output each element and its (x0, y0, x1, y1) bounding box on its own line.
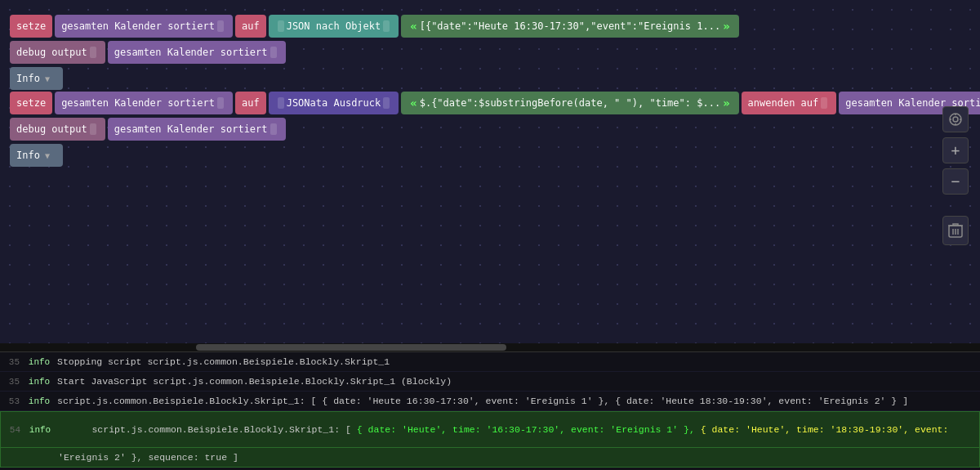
notch-t2 (383, 20, 390, 32)
zoom-in-button[interactable]: + (942, 137, 969, 163)
var-label-1: gesamten Kalender sortiert (61, 20, 215, 32)
plus-icon: + (951, 143, 960, 158)
block-row-2-1: setze gesamten Kalender sortiert auf JSO… (10, 92, 980, 114)
console-area: 35 info Stopping script script.js.common… (0, 351, 980, 470)
value-block-2[interactable]: « $.{"date":$substringBefore(date, " "),… (401, 92, 738, 114)
auf-label-2: auf (242, 97, 260, 109)
canvas-scrollbar-track[interactable] (0, 343, 980, 351)
auf-block-1[interactable]: auf (235, 15, 266, 38)
setze-label-1: setze (16, 20, 46, 32)
notch-a1 (821, 97, 827, 109)
open-quote-2: « (410, 96, 416, 110)
value-text-2: $.{"date":$substringBefore(date, " "), "… (420, 97, 720, 109)
debug-var-label-2: gesamten Kalender sortiert (114, 123, 268, 135)
console-text-4-hl1: { date: 'Heute', time: '16:30-17:30', ev… (357, 424, 695, 435)
console-text-3: script.js.common.Beispiele.Blockly.Skrip… (54, 396, 980, 406)
transform-label-1: JSON nach Objekt (287, 20, 381, 32)
canvas-scrollbar-thumb[interactable] (196, 344, 506, 351)
svg-point-0 (950, 114, 961, 125)
info-label-2: Info (16, 150, 40, 161)
console-text-1: Stopping script script.js.common.Beispie… (54, 356, 980, 367)
console-row-3: 53 info script.js.common.Beispiele.Block… (0, 392, 980, 411)
notch-t1 (278, 20, 284, 32)
block-group-1: setze gesamten Kalender sortiert auf JSO… (10, 15, 739, 93)
line-num-2: 35 (0, 377, 24, 387)
transform-label-2: JSONata Ausdruck (287, 97, 381, 109)
block-row-2-3: Info ▼ (10, 144, 980, 167)
transform-block-1[interactable]: JSON nach Objekt (269, 15, 399, 38)
console-text-4: script.js.common.Beispiele.Blockly.Skrip… (55, 414, 979, 445)
line-num-1: 35 (0, 357, 24, 367)
svg-point-1 (953, 117, 958, 122)
var-block-2[interactable]: gesamten Kalender sortiert (55, 92, 233, 114)
console-text-4-hl2: { date: 'Heute', time: '18:30-19:30', ev… (701, 424, 949, 435)
trash-button[interactable] (942, 216, 969, 245)
canvas-controls: + − (942, 106, 969, 245)
debug-block-1[interactable]: debug output (10, 41, 105, 64)
info-arrow-2: ▼ (45, 151, 50, 160)
target-button[interactable] (942, 106, 969, 132)
block-row-1-1: setze gesamten Kalender sortiert auf JSO… (10, 15, 739, 38)
level-2: info (24, 377, 54, 387)
debug-var-block-2[interactable]: gesamten Kalender sortiert (108, 118, 286, 141)
info-arrow-1: ▼ (45, 74, 50, 83)
setze-block-2[interactable]: setze (10, 92, 52, 114)
block-group-2: setze gesamten Kalender sortiert auf JSO… (10, 92, 980, 170)
level-3: info (24, 396, 54, 406)
notch-t3 (278, 97, 284, 109)
value-block-1[interactable]: « [{"date":"Heute 16:30-17:30","event":"… (401, 15, 738, 38)
console-text-4-mid (695, 424, 701, 435)
notch-1 (217, 20, 224, 32)
console-text-4-prefix: script.js.common.Beispiele.Blockly.Skrip… (91, 424, 356, 435)
console-row-1: 35 info Stopping script script.js.common… (0, 352, 980, 372)
debug-block-2[interactable]: debug output (10, 118, 105, 141)
close-quote-1: » (723, 20, 729, 33)
console-text-2: Start JavaScript script.js.common.Beispi… (54, 376, 980, 387)
setze-block-1[interactable]: setze (10, 15, 52, 38)
console-row-4: 54 info script.js.common.Beispiele.Block… (0, 411, 980, 448)
auf-block-2[interactable]: auf (235, 92, 266, 114)
block-row-2-2: debug output gesamten Kalender sortiert (10, 118, 980, 141)
level-4: info (25, 425, 55, 435)
var-label-2: gesamten Kalender sortiert (61, 97, 215, 109)
notch-d2 (90, 123, 96, 135)
minus-icon: − (951, 174, 960, 189)
auf-label-1: auf (242, 20, 260, 32)
debug-label-1: debug output (16, 47, 87, 58)
block-row-1-3: Info ▼ (10, 67, 739, 90)
info-block-2[interactable]: Info ▼ (10, 144, 63, 167)
console-text-4b: 'Ereignis 2' }, sequence: true ] (55, 452, 979, 463)
notch-2 (217, 97, 224, 109)
anwenden-label: anwenden auf (748, 97, 819, 109)
info-block-1[interactable]: Info ▼ (10, 67, 63, 90)
notch-dv2 (270, 123, 277, 135)
setze-label-2: setze (16, 97, 46, 109)
value-text-1: [{"date":"Heute 16:30-17:30","event":"Er… (420, 20, 720, 32)
line-num-3: 53 (0, 396, 24, 406)
close-quote-2: » (723, 96, 729, 110)
console-row-2: 35 info Start JavaScript script.js.commo… (0, 372, 980, 392)
debug-var-block-1[interactable]: gesamten Kalender sortiert (108, 41, 286, 64)
open-quote-1: « (410, 20, 416, 33)
block-row-1-2: debug output gesamten Kalender sortiert (10, 41, 739, 64)
blockly-canvas: setze gesamten Kalender sortiert auf JSO… (0, 0, 980, 351)
line-num-4: 54 (1, 425, 25, 435)
console-row-4b: 'Ereignis 2' }, sequence: true ] (0, 448, 980, 468)
debug-label-2: debug output (16, 123, 87, 135)
level-1: info (24, 357, 54, 367)
zoom-out-button[interactable]: − (942, 168, 969, 195)
notch-t4 (383, 97, 390, 109)
var-block-1[interactable]: gesamten Kalender sortiert (55, 15, 233, 38)
info-label-1: Info (16, 73, 40, 84)
debug-var-label-1: gesamten Kalender sortiert (114, 47, 268, 58)
anwenden-block[interactable]: anwenden auf (742, 92, 837, 114)
notch-d1 (90, 47, 96, 58)
transform-block-2[interactable]: JSONata Ausdruck (269, 92, 399, 114)
notch-dv1 (270, 47, 277, 58)
